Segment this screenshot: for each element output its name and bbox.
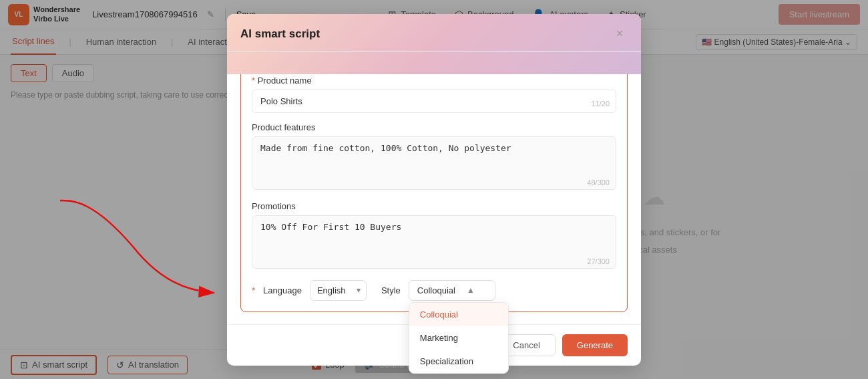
modal-close-button[interactable]: × [612,26,628,42]
style-option-marketing[interactable]: Marketing [409,326,508,350]
promotions-input[interactable]: 10% Off For First 10 Buyers [252,215,616,269]
style-label: Style [381,285,401,295]
style-value-label: Colloquial [417,285,455,295]
language-select-wrap: English [310,280,367,301]
promotions-count: 27/300 [587,257,610,265]
product-name-count: 11/20 [591,100,610,108]
product-features-wrap: Made from fine cotton, 100% Cotton, No p… [252,136,616,192]
modal-title: AI smart script [240,27,320,41]
style-select-button[interactable]: Colloquial ▲ [409,280,495,301]
style-option-specialization[interactable]: Specialization [409,350,508,373]
product-name-input[interactable] [252,90,616,113]
style-select-wrap: Colloquial ▲ Colloquial Marketing Specia… [409,280,495,301]
promotions-label: Promotions [252,201,616,211]
product-features-input[interactable]: Made from fine cotton, 100% Cotton, No p… [252,136,616,190]
promotions-wrap: 10% Off For First 10 Buyers 27/300 [252,215,616,271]
product-name-wrap: 11/20 [252,90,616,113]
form-section: * Product name 11/20 Product features Ma… [240,64,628,312]
product-features-label: Product features [252,122,616,132]
lang-style-row: * Language English Style Colloquial ▲ Co… [252,280,616,301]
product-name-label: * Product name [252,76,616,86]
product-features-count: 48/300 [587,178,610,186]
modal-body: * Product name 11/20 Product features Ma… [227,52,641,324]
chevron-up-icon: ▲ [467,285,475,295]
generate-button[interactable]: Generate [562,334,628,356]
ai-smart-script-modal: AI smart script × * Product name 11/20 P… [227,14,641,366]
req-star: * [252,76,255,86]
language-select[interactable]: English [310,280,367,301]
language-label: Language [263,285,302,295]
lang-req: * [252,285,255,295]
style-dropdown: Colloquial Marketing Specialization [409,302,509,374]
style-option-colloquial[interactable]: Colloquial [409,303,508,326]
